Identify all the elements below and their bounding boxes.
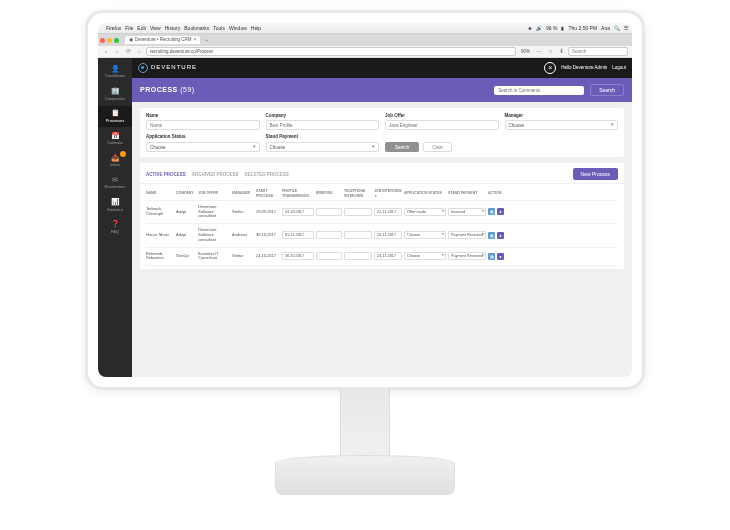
standpayment-select[interactable]: Payment Received: [448, 252, 486, 260]
tab-active-process[interactable]: ACTIVE PROCESS: [146, 172, 186, 177]
star-icon[interactable]: ☆: [546, 48, 554, 56]
browser-search[interactable]: Search: [568, 47, 628, 56]
building-icon: 🏢: [98, 87, 132, 95]
greeting-text: Hello Deventure Admin: [561, 65, 607, 70]
sidebar-item-companies[interactable]: 🏢Companies: [98, 84, 132, 104]
volume-icon[interactable]: 🔊: [536, 25, 542, 31]
wifi-icon[interactable]: ◈: [528, 25, 532, 31]
more-icon[interactable]: ⋯: [535, 48, 543, 56]
sidebar-item-processes[interactable]: 📋Processes: [98, 106, 132, 126]
filter-standpayment-select[interactable]: Choose: [266, 142, 380, 152]
browser-tab[interactable]: ◉ Deventure • Recruiting CRM ×: [125, 36, 200, 43]
forward-button[interactable]: ›: [113, 48, 121, 56]
filter-company-input[interactable]: [266, 120, 380, 130]
action-edit-icon[interactable]: ●: [497, 253, 504, 260]
action-view-icon[interactable]: ▦: [488, 208, 495, 215]
profile-date-input[interactable]: 01.11.2017: [282, 231, 314, 239]
tab-close-icon[interactable]: ×: [194, 37, 197, 42]
page-header: PROCESS (59) Search: [132, 78, 632, 102]
profile-date-input[interactable]: 16.10.2017: [282, 252, 314, 260]
header-search-button[interactable]: Search: [590, 84, 624, 96]
appstatus-select[interactable]: Choose: [404, 252, 446, 260]
back-button[interactable]: ‹: [102, 48, 110, 56]
job-interview-input[interactable]: 22.11.2017: [374, 208, 402, 216]
menu-edit[interactable]: Edit: [137, 25, 146, 31]
sidebar-item-newsletters[interactable]: ✉Newsletters: [98, 173, 132, 193]
action-edit-icon[interactable]: ●: [497, 208, 504, 215]
briefing-input[interactable]: [316, 252, 342, 260]
flag-icon[interactable]: ▮: [561, 25, 564, 31]
process-tabs: ACTIVE PROCESS ARCHIVED PROCESS DELETED …: [140, 163, 624, 184]
sidebar-item-calendar[interactable]: 📅Calendar: [98, 129, 132, 149]
download-icon[interactable]: ⬇: [557, 48, 565, 56]
window-maximize[interactable]: [114, 38, 119, 43]
app-name[interactable]: Firefox: [106, 25, 121, 31]
telephone-input[interactable]: [344, 252, 372, 260]
url-input[interactable]: recruiting.deventure.co/Process: [146, 47, 516, 56]
comments-search-input[interactable]: [494, 86, 584, 95]
menu-bookmarks[interactable]: Bookmarks: [184, 25, 209, 31]
filter-company-label: Company: [266, 113, 380, 118]
action-edit-icon[interactable]: ●: [497, 232, 504, 239]
close-icon[interactable]: ×: [544, 62, 556, 74]
filter-name-input[interactable]: [146, 120, 260, 130]
filter-appstatus-select[interactable]: Choose: [146, 142, 260, 152]
menu-window[interactable]: Window: [229, 25, 247, 31]
sidebar-item-statistics[interactable]: 📊Statistics: [98, 195, 132, 215]
reload-button[interactable]: ⟳: [124, 48, 132, 56]
appstatus-select[interactable]: Offer made: [404, 208, 446, 216]
search-icon[interactable]: 🔍: [614, 25, 620, 31]
telephone-input[interactable]: [344, 231, 372, 239]
menu-history[interactable]: History: [165, 25, 181, 31]
menu-file[interactable]: File: [125, 25, 133, 31]
profile-date-input[interactable]: 24.10.2017: [282, 208, 314, 216]
tab-favicon: ◉: [129, 37, 133, 42]
help-icon: ❓: [98, 220, 132, 228]
battery-percent: 96 %: [546, 25, 557, 31]
appstatus-select[interactable]: Choose: [404, 231, 446, 239]
clock: Thu 2:50 PM: [568, 25, 597, 31]
home-button[interactable]: ⌂: [135, 48, 143, 56]
tab-title: Deventure • Recruiting CRM: [135, 37, 192, 42]
tab-deleted-process[interactable]: DELETED PROCESS: [245, 172, 289, 177]
sidebar-item-inbox[interactable]: 📥Inbox: [98, 151, 132, 171]
briefing-input[interactable]: [316, 231, 342, 239]
briefing-input[interactable]: [316, 208, 342, 216]
job-interview-input[interactable]: 23.11.2017: [374, 231, 402, 239]
user-icon: 👤: [98, 65, 132, 73]
menu-view[interactable]: View: [150, 25, 161, 31]
notification-badge: [120, 151, 126, 157]
job-interview-input[interactable]: 24.11.2017: [374, 252, 402, 260]
new-process-button[interactable]: New Process: [573, 168, 618, 180]
menu-icon[interactable]: ☰: [624, 25, 628, 31]
app-sidebar: 👤Candidates 🏢Companies 📋Processes 📅Calen…: [98, 58, 132, 377]
filter-search-button[interactable]: Search: [385, 142, 419, 152]
standpayment-select[interactable]: Payment Received: [448, 231, 486, 239]
table-header: NAME COMPANY JOB OFFER MANAGER START PRO…: [146, 187, 618, 200]
app-topbar: DEVENTURE × Hello Deventure Admin Logout: [132, 58, 632, 78]
inbox-icon: 📥: [98, 154, 132, 162]
standpayment-select[interactable]: Invoiced: [448, 208, 486, 216]
filter-clear-button[interactable]: Clear: [423, 142, 452, 152]
macos-menubar: Firefox File Edit View History Bookmarks…: [98, 23, 632, 34]
menu-help[interactable]: Help: [251, 25, 261, 31]
action-view-icon[interactable]: ▦: [488, 232, 495, 239]
calendar-icon: 📅: [98, 132, 132, 140]
filter-manager-select[interactable]: Choose: [505, 120, 619, 130]
zoom-level[interactable]: 90%: [519, 49, 532, 54]
tab-archived-process[interactable]: ARCHIVED PROCESS: [192, 172, 239, 177]
sidebar-item-candidates[interactable]: 👤Candidates: [98, 62, 132, 82]
filter-joboffer-input[interactable]: [385, 120, 499, 130]
browser-tabbar: ◉ Deventure • Recruiting CRM × +: [98, 34, 632, 46]
new-tab-button[interactable]: +: [202, 37, 211, 43]
window-minimize[interactable]: [107, 38, 112, 43]
brand-logo[interactable]: DEVENTURE: [138, 63, 197, 73]
telephone-input[interactable]: [344, 208, 372, 216]
action-view-icon[interactable]: ▦: [488, 253, 495, 260]
menu-tools[interactable]: Tools: [213, 25, 225, 31]
filter-manager-label: Manager: [505, 113, 619, 118]
logout-link[interactable]: Logout: [612, 65, 626, 70]
window-close[interactable]: [100, 38, 105, 43]
user-name[interactable]: Ana: [601, 25, 610, 31]
sidebar-item-faq[interactable]: ❓FAQ: [98, 217, 132, 237]
